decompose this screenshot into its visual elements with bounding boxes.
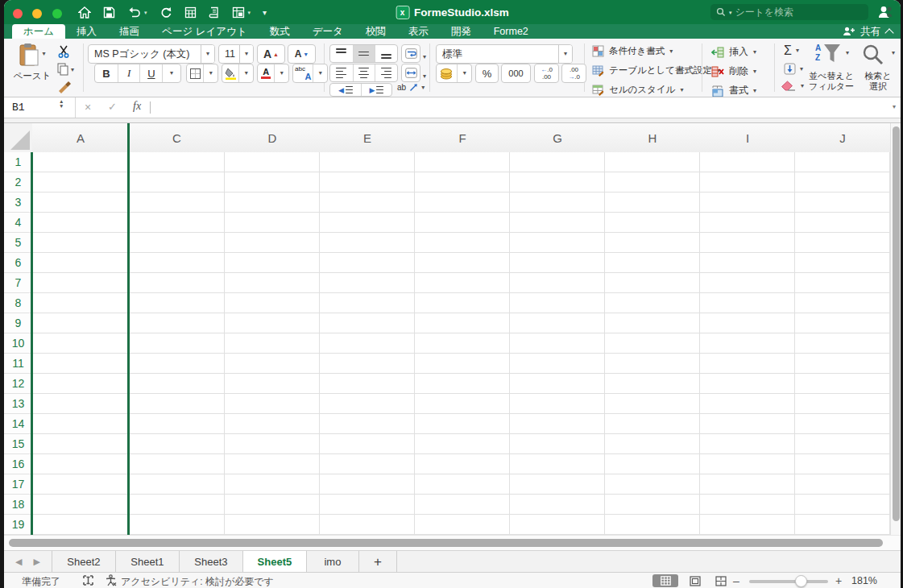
sheet-tab-sheet3[interactable]: Sheet3 — [179, 551, 242, 573]
accept-icon[interactable]: ✓ — [108, 101, 117, 113]
redo-icon[interactable] — [159, 6, 172, 19]
name-box[interactable]: B1 ▲▼ — [4, 97, 76, 118]
zoom-slider-knob[interactable] — [795, 575, 807, 587]
row-header[interactable]: 19 — [4, 515, 32, 535]
font-color-icon[interactable]: A — [258, 64, 274, 82]
phonetic-dropdown[interactable]: ▾ — [313, 64, 327, 82]
row-header[interactable]: 4 — [4, 213, 32, 233]
vertical-scrollbar[interactable] — [890, 123, 901, 535]
tab-data[interactable]: データ — [301, 24, 354, 39]
column-header-d[interactable]: D — [225, 123, 321, 152]
dropdown-icon[interactable]: ▾ — [248, 10, 251, 15]
wrap-text-dropdown[interactable]: ▾ — [423, 50, 426, 61]
row-header[interactable]: 18 — [4, 495, 32, 515]
sheet-tab-imo[interactable]: imo — [307, 551, 358, 573]
save-icon[interactable] — [103, 6, 115, 19]
fill-color-dropdown[interactable]: ▾ — [238, 64, 253, 82]
tab-view[interactable]: 表示 — [397, 24, 440, 39]
undo-button[interactable]: ▾ — [127, 6, 147, 19]
tab-review[interactable]: 校閲 — [354, 24, 397, 39]
normal-view-button[interactable] — [652, 574, 678, 587]
fill-button[interactable]: ▾ — [784, 63, 803, 75]
search-box[interactable]: ▾ シートを検索 — [710, 4, 868, 20]
insert-cells-button[interactable]: 挿入▾ — [711, 45, 756, 59]
currency-icon[interactable] — [437, 64, 457, 82]
horizontal-scrollbar-thumb[interactable] — [9, 539, 883, 547]
font-size-select[interactable]: 11 ▾ — [218, 44, 254, 64]
accessibility-icon[interactable] — [105, 574, 117, 588]
zoom-level[interactable]: 181% — [851, 575, 877, 586]
sheet-tab-sheet5[interactable]: Sheet5 — [242, 551, 307, 573]
conditional-formatting-button[interactable]: 条件付き書式▾ — [592, 45, 673, 57]
autosum-button[interactable]: Σ ▾ — [784, 43, 799, 58]
underline-button[interactable]: U — [139, 64, 162, 82]
column-header-j[interactable]: J — [795, 123, 891, 152]
row-header[interactable]: 9 — [4, 313, 32, 333]
zoom-out-icon[interactable]: – — [733, 574, 739, 587]
currency-dropdown[interactable]: ▾ — [457, 64, 471, 82]
decrease-font-button[interactable]: A▼ — [288, 44, 316, 64]
collapse-ribbon-icon[interactable] — [884, 28, 893, 37]
column-header-e[interactable]: E — [320, 123, 416, 152]
close-window-button[interactable] — [13, 9, 23, 19]
page-break-view-button[interactable] — [708, 574, 734, 587]
sheet-next-icon[interactable]: ▶ — [33, 557, 39, 567]
vertical-scrollbar-thumb[interactable] — [893, 126, 900, 521]
account-icon[interactable] — [877, 5, 893, 23]
format-cells-button[interactable]: 書式▾ — [711, 84, 756, 97]
increase-decimal-button[interactable]: ←.0 .00 — [534, 64, 559, 83]
format-as-table-button[interactable]: テーブルとして書式設定▾ — [592, 64, 720, 77]
column-header-h[interactable]: H — [605, 123, 701, 152]
wrap-text-button[interactable] — [401, 44, 420, 63]
borders-dropdown[interactable]: ▾ — [203, 64, 217, 82]
align-right-button[interactable] — [375, 64, 397, 81]
format-painter-icon[interactable] — [57, 81, 72, 96]
calculator-icon[interactable] — [184, 6, 197, 19]
tab-draw[interactable]: 描画 — [108, 24, 151, 39]
borders-icon[interactable] — [187, 64, 203, 82]
column-header-g[interactable]: G — [510, 123, 606, 152]
zoom-slider-track[interactable] — [749, 580, 828, 583]
find-select-button[interactable]: ▾ — [861, 43, 895, 68]
search-scope-dropdown-icon[interactable]: ▾ — [729, 10, 732, 15]
increase-font-button[interactable]: A▲ — [257, 44, 285, 64]
delete-cells-button[interactable]: 削除▾ — [711, 64, 756, 78]
underline-dropdown[interactable]: ▾ — [162, 64, 180, 82]
cancel-icon[interactable]: × — [85, 101, 91, 114]
formula-input[interactable] — [154, 97, 884, 118]
accessibility-status[interactable]: アクセシビリティ: 検討が必要です — [121, 575, 274, 588]
horizontal-scrollbar[interactable] — [4, 535, 901, 551]
page-layout-view-button[interactable] — [682, 574, 708, 587]
clear-button[interactable]: ▾ — [781, 81, 804, 92]
font-name-select[interactable]: MS Pゴシック (本文) ▾ — [88, 44, 215, 64]
tab-formulas[interactable]: 数式 — [259, 24, 301, 39]
row-header[interactable]: 14 — [4, 414, 32, 434]
fill-color-icon[interactable] — [222, 64, 238, 82]
more-commands-icon[interactable]: ▾ — [263, 8, 267, 17]
row-header[interactable]: 11 — [4, 354, 32, 374]
sheet-tab-sheet2[interactable]: Sheet2 — [52, 551, 115, 573]
row-header[interactable]: 17 — [4, 474, 32, 495]
pivot-table-button[interactable]: ▾ — [232, 6, 251, 19]
bold-button[interactable]: B — [95, 64, 118, 82]
phonetic-icon[interactable]: abcA — [293, 64, 313, 82]
sort-filter-button[interactable]: A Z ▾ — [812, 43, 849, 68]
name-box-stepper[interactable]: ▲▼ — [59, 99, 64, 109]
paste-button[interactable]: ▾ ペースト — [9, 43, 56, 93]
tab-developer[interactable]: 開発 — [440, 24, 483, 39]
increase-indent-button[interactable]: ▶ — [361, 84, 391, 96]
home-icon[interactable] — [78, 6, 91, 19]
insert-function-icon[interactable]: fx — [133, 100, 141, 113]
script-icon[interactable] — [209, 6, 220, 19]
row-header[interactable]: 7 — [4, 273, 32, 293]
merge-center-button[interactable] — [401, 64, 420, 82]
row-header[interactable]: 1 — [4, 152, 32, 172]
dropdown-icon[interactable]: ▾ — [421, 85, 425, 91]
dropdown-icon[interactable]: ▾ — [144, 10, 147, 15]
share-button[interactable]: 共有 — [860, 25, 880, 39]
expand-formula-bar-icon[interactable]: ▾ — [893, 103, 896, 110]
select-all-corner[interactable] — [4, 123, 33, 152]
dropdown-icon[interactable]: ▾ — [71, 67, 74, 76]
zoom-in-icon[interactable]: + — [835, 574, 842, 587]
number-format-select[interactable]: 標準 ▾ — [436, 44, 573, 64]
